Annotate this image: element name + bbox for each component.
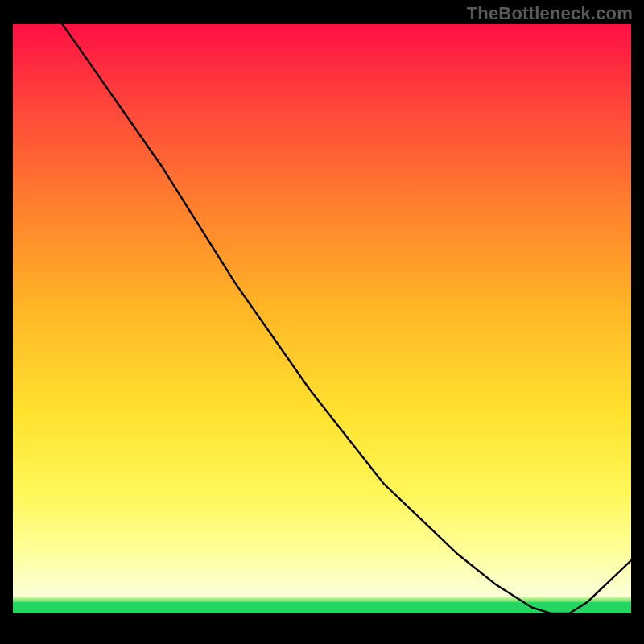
plot-area <box>13 24 631 631</box>
line-series <box>13 24 631 631</box>
watermark-text: TheBottleneck.com <box>467 3 633 24</box>
chart-frame: TheBottleneck.com <box>0 0 644 644</box>
plot-inner <box>13 24 631 631</box>
